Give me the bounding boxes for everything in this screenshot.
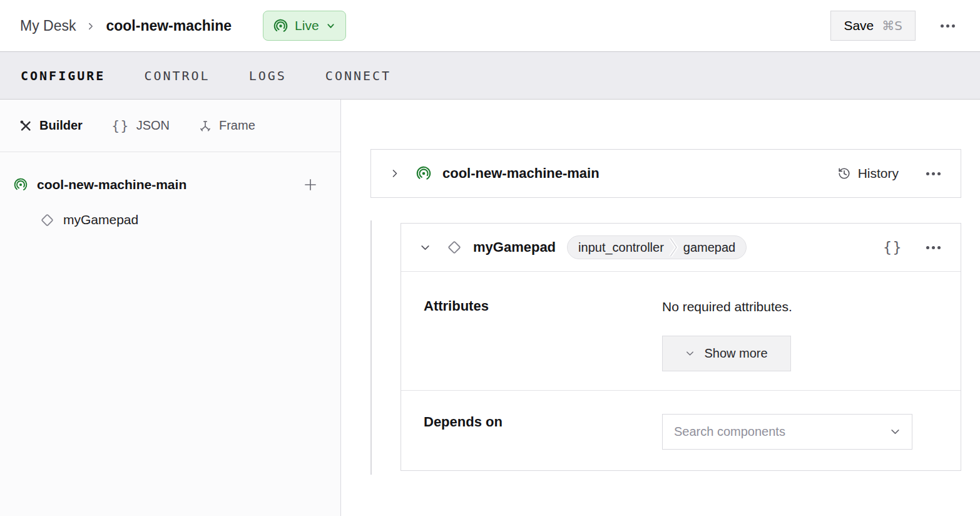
tab-logs[interactable]: LOGS [249, 68, 287, 83]
save-shortcut: ⌘S [882, 18, 902, 33]
top-header: My Desk cool-new-machine Live Save ⌘S [0, 0, 980, 51]
ellipsis-icon [941, 24, 944, 28]
chevron-down-icon [890, 426, 901, 437]
component-diamond-icon [446, 239, 462, 255]
save-button[interactable]: Save ⌘S [830, 11, 916, 41]
app-window: My Desk cool-new-machine Live Save ⌘S CO [0, 0, 980, 516]
frame-axes-icon [198, 119, 212, 133]
breadcrumb-parent-link[interactable]: My Desk [20, 18, 76, 34]
depends-on-section: Depends on [401, 391, 961, 470]
ellipsis-icon [926, 172, 929, 175]
badge-api-type: input_controller [568, 240, 669, 255]
badge-model-type: gamepad [678, 240, 746, 255]
attributes-empty-message: No required attributes. [662, 298, 938, 314]
machine-part-icon [416, 166, 431, 181]
component-type-badge: input_controller gamepad [567, 235, 747, 259]
tab-configure[interactable]: CONFIGURE [21, 68, 105, 83]
chevron-down-icon [685, 349, 695, 358]
view-mode-label: Frame [219, 118, 255, 133]
content-area: Builder {} JSON Frame [0, 100, 980, 516]
history-icon [837, 167, 851, 180]
attributes-section: Attributes No required attributes. Show … [401, 272, 961, 391]
view-mode-builder[interactable]: Builder [19, 118, 83, 133]
component-card-header: myGamepad input_controller gamepad {} [401, 224, 961, 272]
tree-item-machine-part[interactable]: cool-new-machine-main [0, 170, 340, 199]
attributes-label: Attributes [424, 298, 662, 371]
machine-part-card: cool-new-machine-main History [370, 149, 961, 198]
plus-icon [302, 177, 319, 193]
live-label: Live [295, 18, 319, 33]
tab-connect[interactable]: CONNECT [325, 68, 391, 83]
chevron-right-icon[interactable] [390, 168, 400, 178]
breadcrumb-current: cool-new-machine [106, 18, 232, 34]
chevron-down-icon[interactable] [420, 242, 431, 253]
tools-icon [19, 119, 33, 133]
history-button[interactable]: History [837, 166, 899, 181]
component-card-title: myGamepad [473, 239, 556, 255]
depends-on-select[interactable] [662, 414, 912, 450]
depends-on-label: Depends on [424, 414, 662, 450]
search-components-input[interactable] [674, 425, 890, 439]
save-label: Save [844, 18, 874, 33]
show-more-label: Show more [704, 346, 767, 361]
tab-control[interactable]: CONTROL [144, 68, 210, 83]
component-tree: cool-new-machine-main myGamepad [0, 152, 340, 232]
component-card-wrapper: myGamepad input_controller gamepad {} [401, 223, 961, 471]
component-card-menu-button[interactable] [925, 242, 942, 253]
view-mode-label: Builder [39, 118, 83, 133]
add-component-button[interactable] [302, 177, 319, 193]
machine-tabbar: CONFIGURE CONTROL LOGS CONNECT [0, 51, 980, 100]
part-card-menu-button[interactable] [925, 168, 942, 179]
machine-status-live-button[interactable]: Live [263, 11, 346, 41]
raw-json-toggle-button[interactable]: {} [883, 239, 902, 255]
tree-item-label: myGamepad [63, 212, 138, 227]
view-mode-toggle: Builder {} JSON Frame [0, 100, 340, 152]
header-overflow-menu-button[interactable] [936, 19, 960, 33]
component-card: myGamepad input_controller gamepad {} [401, 223, 961, 471]
history-label: History [858, 166, 899, 181]
tree-item-label: cool-new-machine-main [37, 177, 186, 192]
component-diamond-icon [39, 212, 55, 228]
braces-icon: {} [111, 118, 130, 133]
view-mode-frame[interactable]: Frame [198, 118, 255, 133]
part-card-title: cool-new-machine-main [442, 165, 600, 182]
broadcast-icon [273, 19, 288, 33]
breadcrumb: My Desk cool-new-machine [20, 18, 232, 34]
machine-part-icon [14, 178, 28, 192]
view-mode-label: JSON [136, 118, 170, 133]
config-main-pane: cool-new-machine-main History [341, 100, 980, 516]
config-sidebar: Builder {} JSON Frame [0, 100, 341, 516]
badge-separator-icon [669, 235, 678, 259]
breadcrumb-separator-icon [86, 22, 95, 31]
show-more-button[interactable]: Show more [662, 336, 791, 371]
chevron-down-icon [326, 21, 335, 31]
tree-item-mygamepad[interactable]: myGamepad [0, 208, 340, 232]
ellipsis-icon [926, 246, 929, 249]
view-mode-json[interactable]: {} JSON [111, 118, 170, 133]
